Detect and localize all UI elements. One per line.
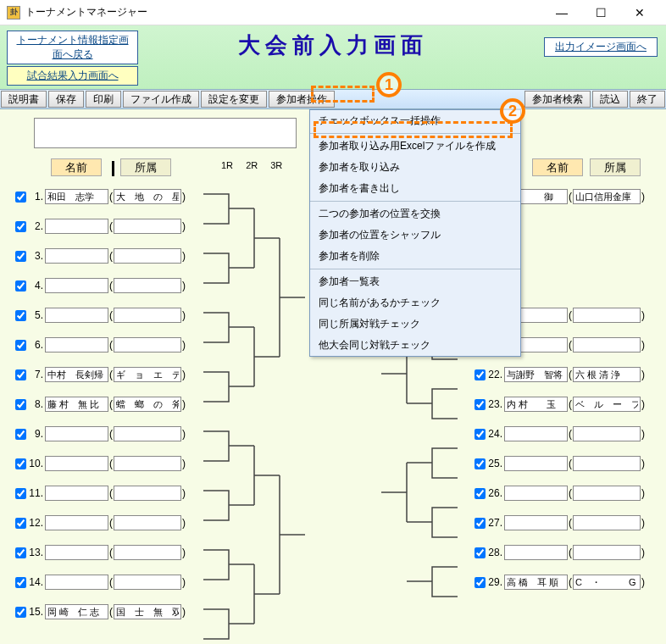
affiliation-input[interactable] [114, 604, 181, 619]
affiliation-input[interactable] [573, 397, 641, 412]
affiliation-input[interactable] [114, 278, 181, 293]
close-button[interactable]: ✕ [620, 0, 659, 25]
name-input[interactable] [504, 545, 568, 560]
menu-make-excel[interactable]: 参加者取り込み用Excelファイルを作成 [310, 136, 520, 157]
affiliation-input[interactable] [573, 426, 641, 441]
name-input[interactable] [45, 308, 108, 323]
name-input[interactable] [45, 426, 108, 441]
name-input[interactable] [45, 367, 108, 382]
affiliation-input[interactable] [114, 426, 181, 441]
entry-checkbox[interactable] [475, 547, 486, 558]
name-input[interactable] [45, 456, 108, 471]
name-input[interactable] [504, 575, 568, 590]
entry-checkbox[interactable] [475, 399, 486, 410]
entry-checkbox[interactable] [15, 607, 26, 618]
affiliation-input[interactable] [573, 189, 641, 204]
entry-checkbox[interactable] [15, 280, 26, 291]
affiliation-input[interactable] [114, 486, 181, 501]
entry-checkbox[interactable] [15, 518, 26, 529]
menu-duplicate-name-check[interactable]: 同じ名前があるかチェック [310, 292, 520, 314]
entry-checkbox[interactable] [15, 577, 26, 588]
affiliation-input[interactable] [114, 367, 181, 382]
entry-checkbox[interactable] [15, 399, 26, 410]
menu-other-tournament-check[interactable]: 他大会同じ対戦チェック [310, 335, 520, 356]
entry-checkbox[interactable] [475, 518, 486, 529]
affiliation-input[interactable] [573, 456, 641, 471]
affiliation-input[interactable] [573, 515, 641, 530]
to-result-input-button[interactable]: 試合結果入力画面へ [7, 66, 138, 86]
name-input[interactable] [45, 515, 108, 530]
name-input[interactable] [504, 367, 568, 382]
entry-checkbox[interactable] [15, 547, 26, 558]
affiliation-input[interactable] [114, 189, 181, 204]
save-button[interactable]: 保存 [48, 91, 84, 108]
menu-export[interactable]: 参加者を書き出し [310, 178, 520, 199]
menu-swap[interactable]: 二つの参加者の位置を交換 [310, 203, 520, 225]
menu-list[interactable]: 参加者一覧表 [310, 271, 520, 292]
load-button[interactable]: 読込 [592, 91, 628, 108]
manual-button[interactable]: 説明書 [1, 91, 47, 108]
print-button[interactable]: 印刷 [86, 91, 121, 108]
affiliation-input[interactable] [114, 308, 181, 323]
name-input[interactable] [504, 515, 568, 530]
affiliation-input[interactable] [114, 456, 181, 471]
affiliation-input[interactable] [114, 248, 181, 264]
name-input[interactable] [504, 456, 568, 471]
affiliation-input[interactable] [573, 545, 641, 560]
affiliation-input[interactable] [114, 575, 181, 590]
exit-button[interactable]: 終了 [630, 91, 665, 108]
affiliation-input[interactable] [114, 219, 181, 234]
entry-checkbox[interactable] [15, 458, 26, 469]
name-input[interactable] [504, 426, 568, 441]
affiliation-input[interactable] [114, 545, 181, 560]
maximize-button[interactable]: ☐ [581, 0, 620, 25]
menu-same-affiliation-check[interactable]: 同じ所属対戦チェック [310, 314, 520, 335]
name-input[interactable] [45, 219, 108, 234]
affiliation-input[interactable] [114, 397, 181, 412]
menu-shuffle[interactable]: 参加者の位置をシャッフル [310, 225, 520, 246]
participant-ops-button[interactable]: 参加者操作 [269, 91, 335, 108]
paren-close: ) [641, 487, 645, 499]
menu-checkbox-bulk[interactable]: チェックボックス一括操作 [310, 110, 520, 131]
menu-delete[interactable]: 参加者を削除 [310, 246, 520, 267]
entry-checkbox[interactable] [475, 429, 486, 440]
name-input[interactable] [504, 486, 568, 501]
menu-import[interactable]: 参加者を取り込み [310, 157, 520, 178]
name-input[interactable] [45, 248, 108, 264]
name-input[interactable] [45, 575, 108, 590]
change-settings-button[interactable]: 設定を変更 [201, 91, 267, 108]
affiliation-input[interactable] [114, 515, 181, 530]
top-left-textarea[interactable] [34, 118, 297, 148]
name-input[interactable] [45, 278, 108, 293]
entry-checkbox[interactable] [15, 369, 26, 380]
name-input[interactable] [45, 189, 108, 204]
affiliation-input[interactable] [114, 337, 181, 353]
affiliation-input[interactable] [573, 337, 641, 353]
entry-checkbox[interactable] [15, 488, 26, 499]
entry-checkbox[interactable] [475, 458, 486, 469]
entry-checkbox[interactable] [475, 369, 486, 380]
name-input[interactable] [45, 486, 108, 501]
affiliation-input[interactable] [573, 367, 641, 382]
name-input[interactable] [504, 397, 568, 412]
affiliation-input[interactable] [573, 308, 641, 323]
entry-checkbox[interactable] [475, 577, 486, 588]
entry-checkbox[interactable] [15, 340, 26, 351]
entry-checkbox[interactable] [15, 310, 26, 321]
name-input[interactable] [45, 604, 108, 619]
entry-checkbox[interactable] [15, 192, 26, 203]
entry-checkbox[interactable] [15, 221, 26, 232]
affiliation-input[interactable] [573, 575, 641, 590]
name-input[interactable] [45, 337, 108, 353]
affiliation-input[interactable] [573, 486, 641, 501]
make-file-button[interactable]: ファイル作成 [123, 91, 199, 108]
entry-checkbox[interactable] [15, 251, 26, 262]
back-to-info-button[interactable]: トーナメント情報指定画面へ戻る [7, 31, 138, 64]
name-input[interactable] [45, 545, 108, 560]
name-input[interactable] [45, 397, 108, 412]
to-output-image-button[interactable]: 出力イメージ画面へ [544, 37, 658, 57]
minimize-button[interactable]: — [542, 0, 581, 25]
entry-checkbox[interactable] [15, 429, 26, 440]
entry-checkbox[interactable] [475, 488, 486, 499]
participant-search-button[interactable]: 参加者検索 [524, 91, 591, 108]
